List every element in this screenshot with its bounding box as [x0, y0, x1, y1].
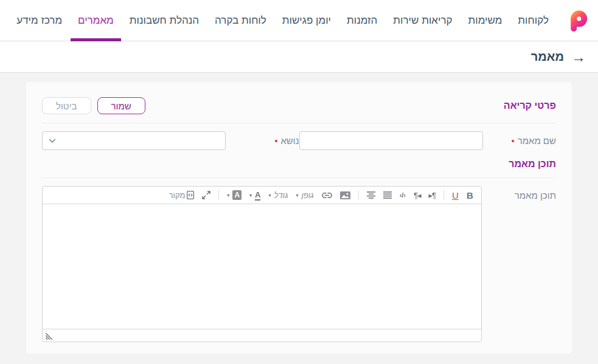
text-color-icon: A: [255, 190, 260, 201]
caret-down-icon: ▾: [249, 193, 252, 198]
text-color-dropdown[interactable]: A ▾: [249, 190, 260, 201]
editor-toolbar: B U ▸¶ ¶◂ ‹/›: [43, 187, 481, 204]
article-name-input[interactable]: [299, 131, 483, 150]
details-section-title: פרטי קריאה: [504, 100, 556, 111]
toolbar-separator: [218, 190, 219, 200]
maximize-icon[interactable]: [202, 191, 210, 199]
insert-link-icon[interactable]: [322, 192, 332, 199]
subject-select[interactable]: [42, 131, 226, 150]
form-action-buttons: שמור ביטול: [42, 97, 145, 114]
toolbar-separator: [358, 190, 359, 200]
bold-button[interactable]: B: [467, 191, 473, 200]
source-document-icon: [187, 191, 194, 199]
caret-down-icon: ▾: [227, 193, 229, 198]
nav-item-dashboards[interactable]: לוחות בקרה: [207, 0, 274, 41]
nav-item-articles-active[interactable]: מאמרים: [70, 0, 122, 41]
article-name-label: שם מאמר: [518, 136, 556, 146]
article-name-field-group: שם מאמר •: [299, 131, 557, 150]
align-center-icon[interactable]: [367, 191, 375, 199]
insert-image-icon[interactable]: [340, 191, 350, 199]
section-divider: [42, 123, 556, 123]
background-color-dropdown[interactable]: A ▾: [227, 190, 242, 200]
article-form-card: פרטי קריאה שמור ביטול שם מאמר • נושא •: [26, 82, 572, 354]
nav-item-orders[interactable]: הזמנות: [339, 0, 385, 41]
details-section-header: פרטי קריאה שמור ביטול: [42, 97, 556, 115]
editor-body[interactable]: [43, 204, 481, 329]
content-section-title: תוכן מאמר: [42, 159, 556, 170]
nav-item-customers[interactable]: לקוחות: [510, 0, 557, 41]
page-subheader: → מאמר: [0, 41, 598, 73]
article-content-row: תוכן מאמר B U ▸¶ ¶◂ ‹/›: [42, 186, 556, 342]
article-content-label: תוכן מאמר: [515, 186, 556, 342]
rich-text-editor: B U ▸¶ ¶◂ ‹/›: [42, 186, 482, 342]
underline-button[interactable]: U: [452, 191, 459, 200]
cancel-button[interactable]: ביטול: [42, 97, 91, 114]
content-area: פרטי קריאה שמור ביטול שם מאמר • נושא •: [0, 73, 598, 364]
top-navigation-bar: לקוחות משימות קריאות שירות הזמנות יומן פ…: [0, 0, 598, 41]
subject-field-group: נושא •: [42, 131, 299, 150]
view-source-button[interactable]: מקור: [169, 191, 195, 199]
nav-item-service-calls[interactable]: קריאות שירות: [385, 0, 460, 41]
font-family-dropdown[interactable]: גופן ▾: [296, 191, 313, 200]
text-direction-rtl-icon[interactable]: ¶◂: [414, 191, 421, 199]
form-fields-row: שם מאמר • נושא •: [42, 131, 556, 150]
align-justify-icon[interactable]: [383, 191, 392, 199]
nav-item-meetings-calendar[interactable]: יומן פגישות: [274, 0, 339, 41]
required-marker: •: [512, 136, 515, 146]
section-divider: [42, 177, 556, 178]
nav-item-tasks[interactable]: משימות: [461, 0, 510, 41]
save-button[interactable]: שמור: [97, 97, 145, 114]
font-family-label: גופן: [301, 191, 313, 200]
nav-item-accounting[interactable]: הנהלת חשבונות: [122, 0, 207, 41]
font-size-dropdown[interactable]: גודל ▾: [268, 191, 288, 200]
editor-status-bar: [43, 329, 481, 342]
caret-down-icon: ▾: [268, 193, 271, 198]
source-label: מקור: [169, 191, 186, 199]
back-arrow-icon[interactable]: →: [571, 50, 586, 64]
font-size-label: גודל: [274, 191, 288, 200]
required-marker: •: [274, 136, 277, 146]
powerlink-logo-icon[interactable]: [566, 9, 588, 32]
page-title: מאמר: [531, 50, 564, 64]
toolbar-separator: [443, 190, 444, 200]
subject-label: נושא: [280, 136, 299, 146]
text-direction-ltr-icon[interactable]: ▸¶: [429, 191, 436, 199]
background-color-icon: A: [232, 190, 242, 200]
nav-item-info-center[interactable]: מרכז מידע: [9, 0, 70, 41]
resize-grip-icon[interactable]: [46, 332, 54, 340]
chevron-down-icon: [49, 139, 56, 143]
code-icon[interactable]: ‹/›: [400, 192, 406, 199]
caret-down-icon: ▾: [296, 193, 298, 198]
